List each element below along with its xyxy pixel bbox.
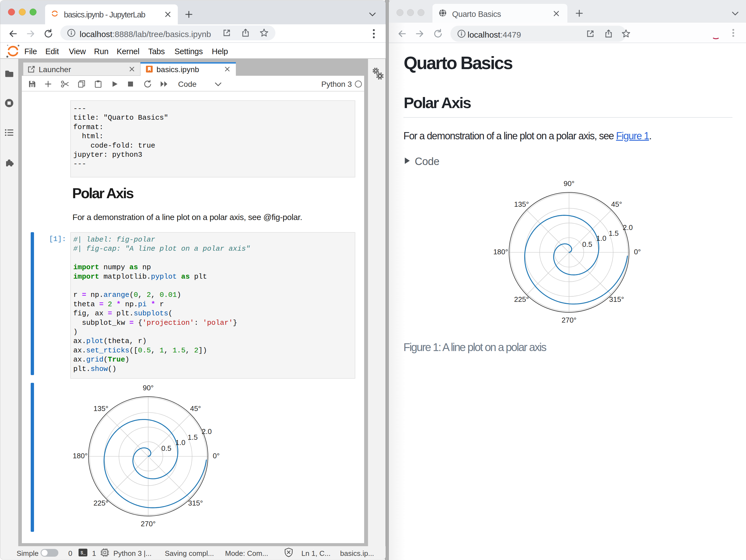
svg-text:2.0: 2.0 [202,427,212,436]
svg-text:0.5: 0.5 [582,240,592,248]
svg-text:45°: 45° [190,404,201,413]
svg-text:0°: 0° [213,452,220,460]
svg-text:0.5: 0.5 [162,444,171,452]
svg-text:225°: 225° [93,499,108,507]
svg-text:135°: 135° [93,404,108,413]
svg-text:1.0: 1.0 [175,438,185,447]
svg-text:45°: 45° [611,200,622,208]
svg-text:1.0: 1.0 [596,234,606,242]
svg-text:180°: 180° [73,452,88,460]
svg-text:270°: 270° [562,316,576,324]
svg-text:315°: 315° [188,499,203,507]
svg-text:$_: $_ [81,551,86,556]
svg-text:1.5: 1.5 [188,433,198,441]
svg-text:90°: 90° [564,179,574,188]
svg-text:90°: 90° [143,384,153,392]
svg-text:2.0: 2.0 [623,223,633,232]
svg-text:270°: 270° [141,520,156,528]
svg-text:135°: 135° [514,200,529,208]
svg-text:315°: 315° [609,295,624,303]
svg-text:180°: 180° [493,248,508,256]
svg-text:0°: 0° [634,248,641,256]
svg-text:1.5: 1.5 [609,229,619,237]
svg-text:225°: 225° [514,295,529,303]
